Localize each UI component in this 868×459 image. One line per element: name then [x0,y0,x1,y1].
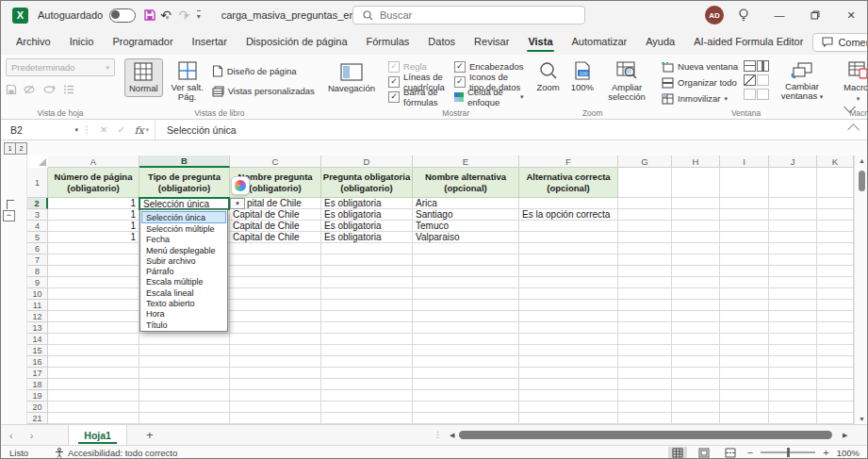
cell-I14[interactable] [720,334,769,345]
column-header-F[interactable]: F [519,156,618,168]
cell-H16[interactable] [672,356,720,368]
cell-E4[interactable]: Temuco [413,221,519,232]
name-box[interactable]: B2 ▾ [1,120,78,139]
cell-K15[interactable] [817,345,854,356]
cell-F9[interactable] [519,277,618,288]
cell-D12[interactable] [321,311,413,322]
cell-H12[interactable] [672,311,720,322]
cell-A20[interactable] [48,402,139,413]
cell-C12[interactable] [230,311,321,322]
next-sheet-icon[interactable]: › [22,430,42,441]
checkbox-barra-de-f-rmulas[interactable]: ✓Barra de fórmulas [388,90,445,103]
exit-sheet-view-icon[interactable] [24,84,37,95]
cell-B21[interactable] [139,413,230,424]
cell-H15[interactable] [672,345,720,356]
cell-J16[interactable] [769,356,817,368]
cell-A4[interactable]: 1 [48,221,139,232]
cell-K20[interactable] [817,402,854,413]
cell-A12[interactable] [48,311,139,322]
cell-E20[interactable] [413,402,519,413]
zoom-out-button[interactable]: − [747,448,753,457]
cell-A17[interactable] [48,368,139,379]
cell-F17[interactable] [519,368,618,379]
lightbulb-icon[interactable] [728,1,760,29]
search-input[interactable]: Buscar [352,6,585,25]
row-header-8[interactable]: 8 [27,266,48,277]
cell-A5[interactable]: 1 [48,232,139,243]
cell-G11[interactable] [618,300,672,311]
cell-I3[interactable] [720,209,769,221]
cell-G16[interactable] [618,356,672,368]
cell-H7[interactable] [672,254,720,266]
cell-A6[interactable] [48,243,139,254]
cell-B16[interactable] [139,356,230,368]
row-header-21[interactable]: 21 [27,413,48,424]
cell-F6[interactable] [519,243,618,254]
macros-button[interactable]: Macros ▾ [840,58,868,106]
row-header-13[interactable]: 13 [27,322,48,334]
cell-C15[interactable] [230,345,321,356]
checkbox-celda-de-enfoque[interactable]: Celda de enfoque▾ [454,90,524,103]
cell-J11[interactable] [769,300,817,311]
tab-ai-aided-formula-editor[interactable]: AI-aided Formula Editor [684,31,812,53]
cell-B20[interactable] [139,402,230,413]
page-break-preview-button[interactable]: Ver salt. Pág. [167,58,208,106]
cell-E12[interactable] [413,311,519,322]
dropdown-item-texto-abierto[interactable]: Texto abierto [141,298,226,308]
cell-A14[interactable] [48,334,139,345]
zoom-button[interactable]: Zoom [532,58,563,95]
add-sheet-button[interactable]: + [127,428,172,442]
cell-K16[interactable] [817,356,854,368]
cell-D16[interactable] [321,356,413,368]
cell-I18[interactable] [720,379,769,390]
cell-E5[interactable]: Valparaiso [413,232,519,243]
cell-J1[interactable] [769,168,817,198]
cell-H13[interactable] [672,322,720,334]
cell-B18[interactable] [139,379,230,390]
cell-G12[interactable] [618,311,672,322]
row-header-9[interactable]: 9 [27,277,48,288]
cell-H17[interactable] [672,368,720,379]
redo-button[interactable]: ↷▾ [178,8,187,23]
cell-D21[interactable] [321,413,413,424]
cell-C18[interactable] [230,379,321,390]
cell-C16[interactable] [230,356,321,368]
tab-disposici-n-de-p-gina[interactable]: Disposición de página [237,31,357,53]
view-side-by-side-icon[interactable] [757,60,769,72]
cell-J12[interactable] [769,311,817,322]
cell-K14[interactable] [817,334,854,345]
cell-I9[interactable] [720,277,769,288]
scroll-right-icon[interactable]: ▶ [843,432,847,439]
cell-F21[interactable] [519,413,618,424]
cell-K4[interactable] [817,221,854,232]
cell-I2[interactable] [720,198,769,209]
expand-formula-bar-icon[interactable] [847,123,860,136]
hide-window-icon[interactable] [744,74,756,86]
arrange-all-button[interactable]: Organizar todo [662,75,738,90]
cell-G21[interactable] [618,413,672,424]
cell-G10[interactable] [618,288,672,300]
cell-K8[interactable] [817,266,854,277]
column-header-A[interactable]: A [48,156,139,168]
row-header-20[interactable]: 20 [27,402,48,413]
column-header-C[interactable]: C [230,156,321,168]
cancel-icon[interactable]: ✕ [95,124,112,135]
unhide-window-icon[interactable] [744,89,756,100]
cell-A11[interactable] [48,300,139,311]
cell-G2[interactable] [618,198,672,209]
cell-H19[interactable] [672,390,720,402]
cell-C20[interactable] [230,402,321,413]
cell-D18[interactable] [321,379,413,390]
new-sheet-view-icon[interactable] [43,84,57,95]
cell-D14[interactable] [321,334,413,345]
cell-G13[interactable] [618,322,672,334]
cell-C3[interactable]: Capital de Chile [230,209,321,221]
undo-button[interactable]: ↶▾ [160,8,169,23]
row-header-17[interactable]: 17 [27,368,48,379]
cell-C4[interactable]: Capital de Chile [230,221,321,232]
tab-automatizar[interactable]: Automatizar [563,31,637,53]
cell-J6[interactable] [769,243,817,254]
dropdown-item-fecha[interactable]: Fecha [141,235,226,245]
column-header-J[interactable]: J [769,156,817,168]
outline-level-2[interactable]: 2 [15,142,27,155]
